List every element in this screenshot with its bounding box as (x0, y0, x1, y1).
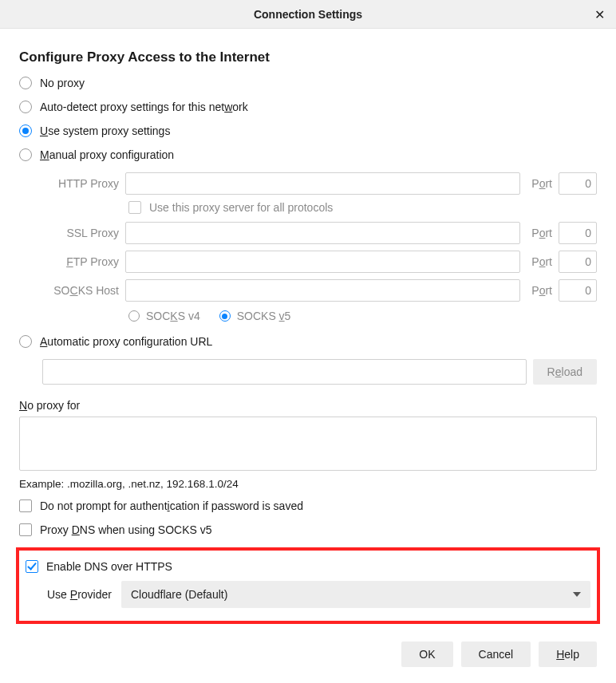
window-title: Connection Settings (254, 8, 362, 21)
radio-socks-v4[interactable] (128, 310, 140, 322)
label-ssl-proxy: SSL Proxy (42, 227, 119, 239)
label-proxy-dns: Proxy DNS when using SOCKS v5 (40, 523, 212, 536)
checkbox-no-auth-prompt[interactable] (19, 499, 32, 512)
input-ftp-proxy[interactable] (125, 251, 520, 273)
label-auto-url: Automatic proxy configuration URL (40, 335, 212, 348)
highlight-dns-over-https: Enable DNS over HTTPS Use Provider Cloud… (16, 547, 600, 624)
label-http-port: Port (531, 177, 552, 190)
dialog-footer: OK Cancel Help (401, 642, 597, 667)
radio-use-system[interactable] (19, 124, 32, 137)
radio-no-proxy[interactable] (19, 77, 32, 89)
label-all-protocols: Use this proxy server for all protocols (149, 201, 333, 214)
label-no-auth-prompt: Do not prompt for authentication if pass… (40, 499, 303, 512)
section-title: Configure Proxy Access to the Internet (19, 49, 597, 65)
input-ftp-port[interactable] (559, 251, 597, 273)
close-icon[interactable]: ✕ (594, 6, 605, 22)
select-provider[interactable]: Cloudflare (Default) (121, 581, 590, 608)
label-ftp-port: Port (531, 255, 552, 268)
help-button[interactable]: Help (539, 642, 597, 667)
checkbox-proxy-dns[interactable] (19, 523, 32, 536)
radio-auto-url[interactable] (19, 335, 32, 348)
input-http-port[interactable] (559, 172, 597, 195)
label-ssl-port: Port (531, 227, 552, 239)
radio-auto-detect[interactable] (19, 101, 32, 113)
label-socks-host: SOCKS Host (42, 284, 119, 297)
label-no-proxy: No proxy (40, 77, 85, 89)
label-auto-detect: Auto-detect proxy settings for this netw… (40, 101, 248, 113)
label-no-proxy-for: No proxy for (19, 399, 597, 412)
input-socks-host[interactable] (125, 279, 520, 302)
label-use-system: Use system proxy settings (40, 124, 170, 137)
input-auto-url[interactable] (42, 359, 527, 385)
label-manual: Manual proxy configuration (40, 148, 174, 161)
chevron-down-icon (573, 592, 581, 597)
input-http-proxy[interactable] (125, 172, 520, 195)
label-enable-doh: Enable DNS over HTTPS (46, 560, 172, 573)
textarea-no-proxy-for[interactable] (19, 417, 597, 471)
radio-socks-v5[interactable] (219, 310, 231, 322)
ok-button[interactable]: OK (401, 642, 452, 667)
titlebar: Connection Settings ✕ (0, 0, 616, 29)
input-ssl-port[interactable] (559, 222, 597, 244)
label-socks-v4: SOCKS v4 (146, 310, 200, 322)
label-use-provider: Use Provider (47, 588, 112, 601)
cancel-button[interactable]: Cancel (461, 642, 531, 667)
label-ftp-proxy: FTP Proxy (42, 255, 119, 268)
input-ssl-proxy[interactable] (125, 222, 520, 244)
checkbox-all-protocols[interactable] (128, 201, 141, 214)
checkbox-enable-doh[interactable] (26, 560, 38, 573)
label-socks-port: Port (531, 284, 552, 297)
label-socks-v5: SOCKS v5 (237, 310, 291, 322)
label-http-proxy: HTTP Proxy (42, 177, 119, 190)
connection-settings-window: Connection Settings ✕ Configure Proxy Ac… (0, 0, 616, 683)
reload-button[interactable]: Reload (533, 359, 597, 385)
radio-manual[interactable] (19, 148, 32, 161)
select-provider-value: Cloudflare (Default) (131, 588, 227, 601)
example-text: Example: .mozilla.org, .net.nz, 192.168.… (19, 478, 597, 490)
input-socks-port[interactable] (559, 279, 597, 302)
